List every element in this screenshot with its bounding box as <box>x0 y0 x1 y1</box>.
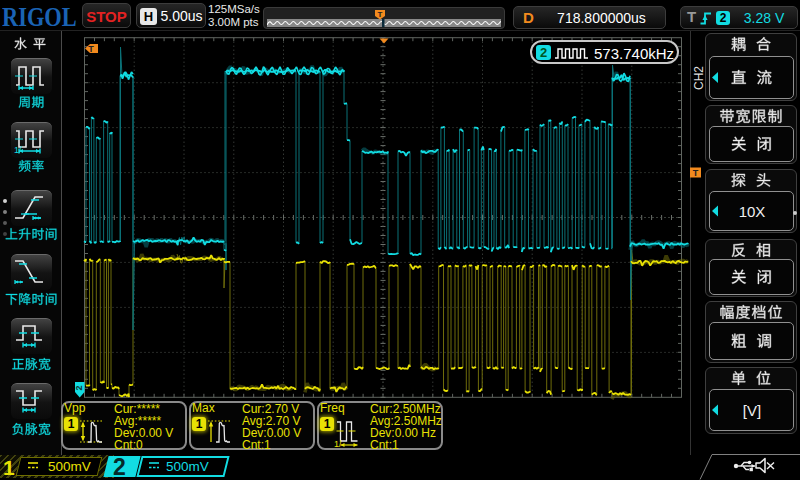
svg-text:T: T <box>88 44 94 54</box>
svg-text:T: T <box>378 10 383 19</box>
svg-text:2: 2 <box>74 385 84 390</box>
